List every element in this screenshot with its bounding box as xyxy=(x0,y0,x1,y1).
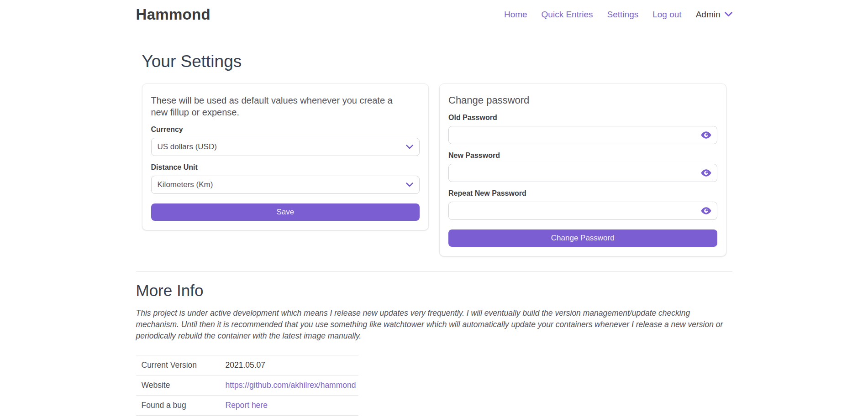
info-row-label: Website xyxy=(136,375,226,395)
more-info-section: More Info This project is under active d… xyxy=(136,281,732,417)
repeat-password-field-wrap xyxy=(448,202,717,220)
toggle-repeat-password-button[interactable] xyxy=(701,207,711,214)
repeat-password-label: Repeat New Password xyxy=(448,189,717,198)
top-navbar: Hammond Home Quick Entries Settings Log … xyxy=(136,0,732,23)
current-version-value: 2021.05.07 xyxy=(226,355,358,375)
currency-select[interactable]: US dollars (USD) xyxy=(151,138,420,156)
more-info-note: This project is under active development… xyxy=(136,308,732,342)
table-row: Current Version 2021.05.07 xyxy=(136,355,358,375)
more-info-title: More Info xyxy=(136,281,732,300)
change-password-card: Change password Old Password New Passwor… xyxy=(439,83,726,256)
save-button[interactable]: Save xyxy=(151,203,420,221)
section-divider xyxy=(136,271,732,272)
eye-icon xyxy=(701,171,711,178)
info-row-label: Current Version xyxy=(136,355,226,375)
defaults-card: These will be used as default values whe… xyxy=(142,83,429,230)
distance-unit-label: Distance Unit xyxy=(151,163,420,172)
table-row: Website https://github.com/akhilrex/hamm… xyxy=(136,375,358,395)
chevron-down-icon xyxy=(406,145,413,149)
page-container: Hammond Home Quick Entries Settings Log … xyxy=(136,0,732,417)
distance-unit-select[interactable]: Kilometers (Km) xyxy=(151,176,420,194)
currency-label: Currency xyxy=(151,125,420,134)
new-password-label: New Password xyxy=(448,151,717,160)
nav-item-logout[interactable]: Log out xyxy=(652,10,681,20)
main-nav: Home Quick Entries Settings Log out Admi… xyxy=(504,10,732,20)
chevron-down-icon xyxy=(406,182,413,187)
toggle-old-password-button[interactable] xyxy=(701,131,711,139)
eye-icon xyxy=(701,209,711,216)
distance-unit-selected-value: Kilometers (Km) xyxy=(158,180,213,189)
more-info-table: Current Version 2021.05.07 Website https… xyxy=(136,355,358,417)
brand-logo[interactable]: Hammond xyxy=(136,6,210,23)
nav-item-quick-entries[interactable]: Quick Entries xyxy=(542,10,593,20)
website-link[interactable]: https://github.com/akhilrex/hammond xyxy=(226,381,356,390)
table-row: Found a bug Report here xyxy=(136,395,358,415)
defaults-description: These will be used as default values whe… xyxy=(151,94,410,118)
nav-item-home[interactable]: Home xyxy=(504,10,527,20)
table-row: Feature Request Request here xyxy=(136,415,358,417)
chevron-down-icon xyxy=(725,12,732,17)
toggle-new-password-button[interactable] xyxy=(701,169,711,177)
report-bug-link[interactable]: Report here xyxy=(226,401,268,410)
nav-item-settings[interactable]: Settings xyxy=(607,10,639,20)
info-row-label: Found a bug xyxy=(136,395,226,415)
change-password-button[interactable]: Change Password xyxy=(448,229,717,247)
info-row-label: Feature Request xyxy=(136,415,226,417)
old-password-label: Old Password xyxy=(448,114,717,122)
repeat-password-input[interactable] xyxy=(448,202,717,220)
user-menu-label: Admin xyxy=(696,10,721,20)
new-password-field-wrap xyxy=(448,164,717,182)
old-password-input[interactable] xyxy=(448,126,717,144)
eye-icon xyxy=(701,133,711,140)
settings-section: Your Settings These will be used as defa… xyxy=(136,52,732,256)
settings-cards-row: These will be used as default values whe… xyxy=(142,83,726,256)
new-password-input[interactable] xyxy=(448,164,717,182)
old-password-field-wrap xyxy=(448,126,717,144)
currency-selected-value: US dollars (USD) xyxy=(158,142,217,151)
page-title: Your Settings xyxy=(142,52,726,71)
change-password-title: Change password xyxy=(448,94,717,106)
user-menu-admin[interactable]: Admin xyxy=(696,10,732,20)
